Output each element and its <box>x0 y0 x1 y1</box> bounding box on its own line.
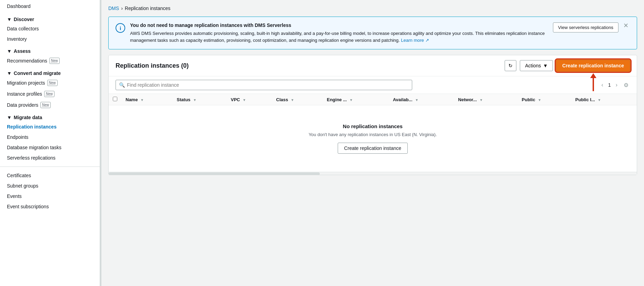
info-description: AWS DMS Serverless provides automatic pr… <box>130 30 548 44</box>
sort-icon-vpc: ▼ <box>242 98 246 102</box>
replication-instances-table: Name ▼ Status ▼ VPC ▼ Class ▼ Engine ...… <box>109 94 637 172</box>
sort-icon-availability: ▼ <box>415 98 418 102</box>
actions-button[interactable]: Actions ▼ <box>520 60 553 71</box>
ri-card-header: Replication instances (0) ↻ Actions ▼ Cr… <box>109 55 637 76</box>
actions-label: Actions <box>525 63 541 68</box>
table-header-row: Name ▼ Status ▼ VPC ▼ Class ▼ Engine ...… <box>109 94 637 105</box>
pagination-prev-button[interactable]: ‹ <box>600 81 605 89</box>
main-content: DMS › Replication instances i You do not… <box>101 0 644 286</box>
horizontal-scrollbar[interactable] <box>109 172 637 175</box>
sort-icon-name: ▼ <box>140 98 144 102</box>
empty-state-title: No replication instances <box>120 123 626 129</box>
replication-instances-card: Replication instances (0) ↻ Actions ▼ Cr… <box>108 55 637 175</box>
breadcrumb-dms-link[interactable]: DMS <box>108 6 119 11</box>
sidebar-item-subnet-groups[interactable]: Subnet groups <box>0 181 100 191</box>
table-header: Name ▼ Status ▼ VPC ▼ Class ▼ Engine ...… <box>109 94 637 105</box>
th-vpc[interactable]: VPC ▼ <box>227 94 272 105</box>
search-icon: 🔍 <box>119 82 125 88</box>
th-engine[interactable]: Engine ... ▼ <box>323 94 388 105</box>
empty-create-replication-instance-button[interactable]: Create replication instance <box>338 143 408 154</box>
th-checkbox <box>109 94 121 105</box>
create-replication-instance-button[interactable]: Create replication instance <box>556 60 630 71</box>
sidebar-item-certificates[interactable]: Certificates <box>0 170 100 181</box>
sidebar-item-data-collectors[interactable]: Data collectors <box>0 23 100 34</box>
sidebar-divider <box>0 166 100 167</box>
sidebar-item-endpoints[interactable]: Endpoints <box>0 132 100 142</box>
sort-icon-public-ip: ▼ <box>598 98 601 102</box>
info-desc-text: AWS DMS Serverless provides automatic pr… <box>130 31 545 43</box>
sort-icon-status: ▼ <box>193 98 197 102</box>
pagination-settings-button[interactable]: ⚙ <box>622 81 630 89</box>
th-public[interactable]: Public ▼ <box>518 94 571 105</box>
sidebar-item-data-providers[interactable]: Data providers New <box>0 99 100 111</box>
sidebar: Dashboard ▼ Discover Data collectors Inv… <box>0 0 100 286</box>
empty-state-description: You don't have any replication instances… <box>120 132 626 137</box>
convert-arrow: ▼ <box>7 70 12 76</box>
sort-icon-public: ▼ <box>538 98 541 102</box>
actions-dropdown-icon: ▼ <box>543 63 548 68</box>
empty-state-row: No replication instances You don't have … <box>109 105 637 172</box>
breadcrumb-current-page: Replication instances <box>125 6 170 11</box>
th-public-ip[interactable]: Public I... ▼ <box>571 94 637 105</box>
sort-icon-engine: ▼ <box>349 98 353 102</box>
th-availability[interactable]: Availab... ▼ <box>389 94 454 105</box>
sidebar-item-recommendations[interactable]: Recommendations New <box>0 55 100 66</box>
search-input[interactable] <box>116 80 412 90</box>
sidebar-section-assess[interactable]: ▼ Assess <box>0 44 100 55</box>
discover-arrow: ▼ <box>7 17 12 22</box>
th-name[interactable]: Name ▼ <box>121 94 172 105</box>
info-learn-more-link[interactable]: Learn more ↗ <box>401 38 429 43</box>
sidebar-item-database-migration-tasks[interactable]: Database migration tasks <box>0 142 100 153</box>
table-body: No replication instances You don't have … <box>109 105 637 172</box>
info-banner: i You do not need to manage replication … <box>108 17 637 49</box>
sort-icon-class: ▼ <box>291 98 294 102</box>
sidebar-item-serverless-replications[interactable]: Serverless replications <box>0 153 100 163</box>
discover-label: Discover <box>14 17 34 22</box>
view-serverless-replications-button[interactable]: View serverless replications <box>553 22 618 32</box>
data-providers-label: Data providers <box>7 102 38 108</box>
sort-icon-network: ▼ <box>479 98 483 102</box>
info-actions: View serverless replications ✕ <box>553 22 630 32</box>
recommendations-label: Recommendations <box>7 58 47 64</box>
select-all-checkbox[interactable] <box>113 97 117 101</box>
sidebar-item-migration-projects[interactable]: Migration projects New <box>0 77 100 88</box>
refresh-button[interactable]: ↻ <box>505 60 516 71</box>
ri-title: Replication instances (0) <box>116 62 501 69</box>
breadcrumb: DMS › Replication instances <box>108 6 637 11</box>
search-pagination-row: 🔍 ‹ 1 › ⚙ <box>109 76 637 94</box>
sidebar-item-dashboard[interactable]: Dashboard <box>0 0 100 12</box>
empty-state: No replication instances You don't have … <box>113 109 633 168</box>
info-icon: i <box>116 23 125 33</box>
search-wrapper: 🔍 <box>116 80 412 90</box>
refresh-icon: ↻ <box>508 63 513 68</box>
info-content: You do not need to manage replication in… <box>130 22 548 44</box>
migrate-data-label: Migrate data <box>14 115 42 120</box>
th-status[interactable]: Status ▼ <box>172 94 227 105</box>
migration-projects-new-badge: New <box>47 80 58 86</box>
instance-profiles-label: Instance profiles <box>7 91 42 97</box>
sidebar-section-migrate-data[interactable]: ▼ Migrate data <box>0 111 100 122</box>
pagination-next-button[interactable]: › <box>614 81 619 89</box>
data-providers-new-badge: New <box>40 102 51 108</box>
sidebar-item-events[interactable]: Events <box>0 191 100 201</box>
info-banner-close-button[interactable]: ✕ <box>622 22 630 29</box>
sidebar-section-discover[interactable]: ▼ Discover <box>0 12 100 23</box>
sidebar-item-inventory[interactable]: Inventory <box>0 34 100 44</box>
sidebar-item-instance-profiles[interactable]: Instance profiles New <box>0 88 100 99</box>
migration-projects-label: Migration projects <box>7 80 45 86</box>
th-network[interactable]: Networ... ▼ <box>454 94 518 105</box>
migrate-data-arrow: ▼ <box>7 115 12 120</box>
breadcrumb-separator: › <box>121 6 123 11</box>
empty-state-cell: No replication instances You don't have … <box>109 105 637 172</box>
assess-arrow: ▼ <box>7 48 12 54</box>
pagination-page-number: 1 <box>608 82 611 88</box>
sidebar-section-convert[interactable]: ▼ Convert and migrate <box>0 66 100 77</box>
sidebar-item-replication-instances[interactable]: Replication instances <box>0 122 100 132</box>
scrollbar-thumb[interactable] <box>109 172 320 175</box>
sidebar-item-event-subscriptions[interactable]: Event subscriptions <box>0 201 100 212</box>
assess-label: Assess <box>14 48 31 54</box>
convert-label: Convert and migrate <box>14 70 61 76</box>
th-class[interactable]: Class ▼ <box>272 94 323 105</box>
create-btn-wrapper: Create replication instance <box>556 60 630 71</box>
instance-profiles-new-badge: New <box>44 91 55 97</box>
